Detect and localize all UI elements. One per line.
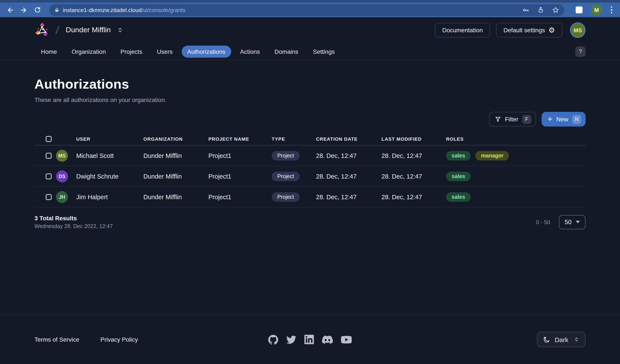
youtube-icon[interactable] bbox=[341, 334, 352, 345]
organization: Dunder Mifflin bbox=[143, 152, 208, 159]
org-switcher-icon[interactable] bbox=[117, 27, 124, 33]
creation-date: 28. Dec, 12:47 bbox=[316, 152, 381, 159]
theme-select[interactable]: Dark bbox=[537, 332, 586, 347]
results-summary: 3 Total Results Wednesday 28. Dec 2022, … bbox=[34, 215, 113, 229]
back-icon[interactable] bbox=[4, 4, 16, 15]
nav-item-projects[interactable]: Projects bbox=[115, 46, 148, 58]
user-name: Jim Halpert bbox=[76, 193, 143, 200]
table-header: USER ORGANIZATION PROJECT NAME TYPE CREA… bbox=[34, 133, 586, 145]
new-button[interactable]: + New N bbox=[542, 112, 586, 126]
gear-icon: ⚙ bbox=[549, 27, 555, 34]
select-all-checkbox[interactable] bbox=[46, 136, 52, 142]
page-size-select[interactable]: 50 bbox=[559, 215, 586, 229]
last-modified: 28. Dec, 12:47 bbox=[381, 173, 446, 180]
type-badge: Project bbox=[272, 151, 300, 160]
lock-icon bbox=[54, 7, 60, 13]
organization: Dunder Mifflin bbox=[143, 173, 208, 180]
theme-label: Dark bbox=[555, 336, 568, 343]
plus-icon: + bbox=[548, 115, 552, 123]
table-row[interactable]: JH Jim Halpert Dunder Mifflin Project1 P… bbox=[34, 187, 586, 207]
row-checkbox[interactable] bbox=[46, 173, 52, 179]
privacy-policy-link[interactable]: Privacy Policy bbox=[101, 336, 138, 343]
page-range: 0 - 50 bbox=[536, 219, 550, 225]
nav-item-authorizations[interactable]: Authorizations bbox=[182, 46, 231, 58]
roles-cell: sales bbox=[446, 192, 586, 202]
discord-icon[interactable] bbox=[322, 334, 333, 345]
side-panel-icon[interactable] bbox=[575, 6, 582, 13]
row-checkbox[interactable] bbox=[46, 194, 52, 200]
row-checkbox[interactable] bbox=[46, 152, 52, 159]
pagination: 0 - 50 50 bbox=[536, 215, 586, 229]
default-settings-label: Default settings bbox=[504, 27, 545, 33]
theme-unfold-icon bbox=[574, 336, 580, 343]
results-timestamp: Wednesday 28. Dec 2022, 12:47 bbox=[34, 223, 113, 229]
creation-date: 28. Dec, 12:47 bbox=[316, 193, 381, 200]
zitadel-console: instance1-dkmnzw.zitadel.cloud/ui/consol… bbox=[0, 0, 620, 364]
twitter-icon[interactable] bbox=[286, 334, 296, 344]
reload-icon[interactable] bbox=[32, 4, 43, 15]
new-shortcut-badge: N bbox=[572, 115, 581, 124]
avatar: JH bbox=[56, 191, 68, 203]
url-text: instance1-dkmnzw.zitadel.cloud/ui/consol… bbox=[63, 7, 514, 13]
documentation-label: Documentation bbox=[442, 27, 483, 33]
nav-item-domains[interactable]: Domains bbox=[269, 46, 304, 58]
table-row[interactable]: MS Michael Scott Dunder Mifflin Project1… bbox=[34, 145, 586, 166]
browser-menu-icon[interactable] bbox=[607, 5, 616, 15]
roles-cell: sales bbox=[446, 171, 586, 181]
nav-item-actions[interactable]: Actions bbox=[234, 46, 265, 58]
col-last-modified: LAST MODIFIED bbox=[381, 136, 446, 141]
creation-date: 28. Dec, 12:47 bbox=[316, 173, 381, 180]
zitadel-logo-icon[interactable] bbox=[34, 22, 50, 38]
browser-profile-avatar[interactable]: M bbox=[591, 4, 602, 15]
page-size-value: 50 bbox=[565, 219, 572, 226]
page-footer: Terms of Service Privacy Policy bbox=[0, 315, 620, 364]
forward-icon[interactable] bbox=[18, 4, 29, 15]
authorizations-table: USER ORGANIZATION PROJECT NAME TYPE CREA… bbox=[34, 133, 586, 207]
new-label: New bbox=[556, 116, 568, 123]
project-name: Project1 bbox=[208, 173, 272, 180]
social-links bbox=[268, 334, 352, 345]
share-icon[interactable] bbox=[537, 6, 544, 13]
total-results: 3 Total Results bbox=[34, 215, 113, 222]
col-project-name: PROJECT NAME bbox=[208, 136, 272, 141]
roles-cell: sales manager bbox=[446, 151, 586, 160]
app-masthead: / Dunder Mifflin Documentation Default s… bbox=[0, 17, 620, 43]
help-button[interactable]: ? bbox=[575, 46, 586, 57]
col-organization: ORGANIZATION bbox=[143, 136, 208, 141]
password-key-icon[interactable] bbox=[522, 6, 529, 14]
col-user: USER bbox=[76, 136, 143, 141]
nav-item-users[interactable]: Users bbox=[151, 46, 178, 58]
col-roles: ROLES bbox=[446, 136, 586, 141]
linkedin-icon[interactable] bbox=[304, 335, 314, 344]
url-bar[interactable]: instance1-dkmnzw.zitadel.cloud/ui/consol… bbox=[49, 4, 564, 16]
avatar: DS bbox=[56, 170, 68, 182]
type-badge: Project bbox=[272, 192, 300, 202]
col-creation-date: CREATION DATE bbox=[316, 136, 381, 141]
breadcrumb-separator: / bbox=[55, 24, 60, 36]
terms-of-service-link[interactable]: Terms of Service bbox=[34, 336, 79, 343]
bookmark-star-icon[interactable] bbox=[552, 6, 559, 14]
documentation-button[interactable]: Documentation bbox=[435, 23, 490, 37]
role-badge: sales bbox=[446, 151, 471, 160]
page-title: Authorizations bbox=[34, 76, 586, 92]
org-name[interactable]: Dunder Mifflin bbox=[66, 26, 111, 34]
table-row[interactable]: DS Dwight Schrute Dunder Mifflin Project… bbox=[34, 166, 586, 187]
default-settings-button[interactable]: Default settings ⚙ bbox=[496, 23, 562, 37]
browser-tabstrip bbox=[0, 0, 620, 2]
filter-label: Filter bbox=[505, 116, 518, 123]
type-badge: Project bbox=[272, 171, 300, 181]
filter-button[interactable]: Filter F bbox=[489, 112, 536, 126]
github-icon[interactable] bbox=[268, 334, 278, 344]
col-type: TYPE bbox=[272, 136, 316, 141]
role-badge: sales bbox=[446, 192, 471, 202]
project-name: Project1 bbox=[208, 152, 272, 159]
user-avatar[interactable]: MS bbox=[570, 22, 586, 38]
role-badge: manager bbox=[476, 151, 509, 160]
last-modified: 28. Dec, 12:47 bbox=[381, 193, 446, 200]
filter-funnel-icon bbox=[495, 116, 501, 122]
nav-item-organization[interactable]: Organization bbox=[66, 46, 111, 58]
user-name: Dwight Schrute bbox=[76, 173, 143, 180]
nav-item-home[interactable]: Home bbox=[35, 46, 63, 58]
moon-icon bbox=[543, 336, 550, 343]
nav-item-settings[interactable]: Settings bbox=[308, 46, 340, 58]
